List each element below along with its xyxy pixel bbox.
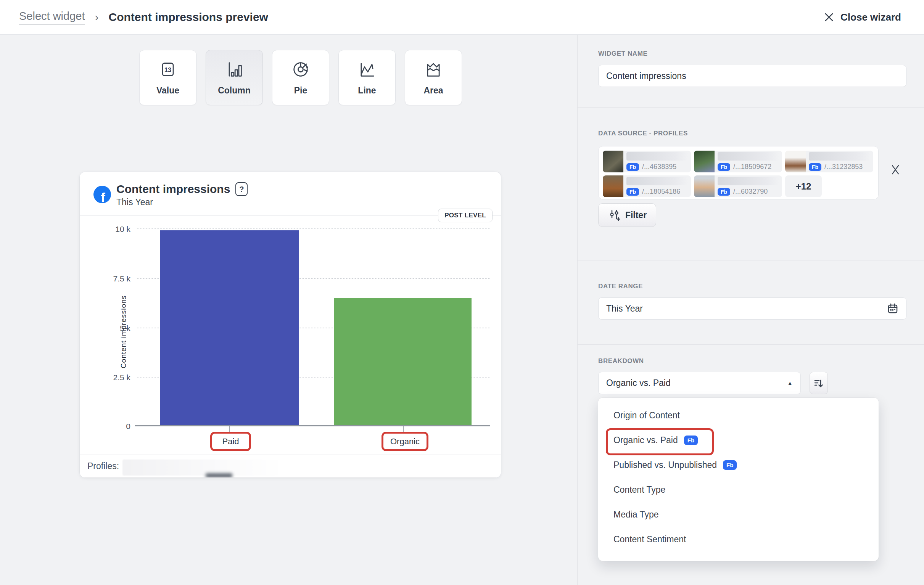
card-footer: Profiles: (80, 455, 501, 478)
widget-type-area[interactable]: Area (405, 50, 462, 105)
menu-item-organic-vs-paid[interactable]: Organic vs. Paid Fb (598, 428, 879, 453)
profile-avatar (603, 175, 624, 197)
help-icon[interactable]: ? (235, 182, 248, 196)
filter-sliders-icon (608, 209, 621, 222)
data-source-label: DATA SOURCE - PROFILES (598, 130, 688, 137)
date-range-field[interactable]: This Year (598, 297, 906, 320)
profile-id: /...18509672 (733, 163, 771, 171)
breadcrumb-back-link[interactable]: Select widget (19, 10, 85, 25)
menu-item-origin-of-content[interactable]: Origin of Content (598, 403, 879, 428)
profile-name-redacted (718, 177, 779, 185)
profile-chip[interactable]: Fb /...6032790 (694, 175, 782, 197)
widget-type-pie[interactable]: Pie (272, 50, 329, 105)
close-icon (890, 163, 901, 175)
facebook-badge: Fb (718, 188, 730, 196)
profile-avatar (785, 151, 806, 172)
profile-chip[interactable]: Fb /...31232853 (785, 151, 873, 172)
remove-data-source-button[interactable] (890, 163, 901, 176)
facebook-badge: Fb (718, 163, 730, 171)
widget-type-value[interactable]: 13 Value (139, 50, 196, 105)
profile-name-redacted (627, 177, 688, 185)
y-tick-label: 2.5 k (113, 373, 130, 382)
profile-avatar (694, 175, 714, 197)
breadcrumb-separator: › (95, 11, 99, 24)
profile-id: /...18054186 (642, 188, 680, 196)
breakdown-selected-value: Organic vs. Paid (606, 378, 787, 388)
chart-title: Content impressions (116, 183, 230, 196)
selected-profiles-box: Fb /...4638395 Fb /...18509672 Fb (598, 146, 879, 199)
x-category-label: Paid (222, 437, 239, 447)
close-wizard-label: Close wizard (840, 12, 901, 23)
menu-item-media-type[interactable]: Media Type (598, 502, 879, 527)
section-divider (578, 260, 924, 260)
annotation-box-organic: Organic (381, 432, 429, 451)
widget-name-input[interactable] (598, 65, 906, 87)
more-profiles-chip[interactable]: +12 (785, 175, 822, 197)
y-tick-label: 7.5 k (113, 274, 130, 283)
profiles-redacted-content (122, 460, 281, 476)
pie-chart-icon (291, 59, 310, 79)
breakdown-select[interactable]: Organic vs. Paid ▲ (598, 372, 801, 394)
profile-id: /...6032790 (733, 188, 767, 196)
section-divider (578, 107, 924, 107)
date-range-value: This Year (606, 303, 887, 314)
bar-organic (334, 298, 472, 426)
facebook-badge: Fb (684, 435, 698, 445)
close-wizard-button[interactable]: Close wizard (824, 12, 901, 23)
annotation-box-paid: Paid (210, 432, 251, 451)
profile-chip[interactable]: Fb /...18509672 (694, 151, 782, 172)
profile-chip[interactable]: Fb /...18054186 (603, 175, 691, 197)
filter-button-label: Filter (625, 210, 647, 221)
profile-avatar (603, 151, 624, 172)
column-chart-icon (224, 59, 244, 79)
chart-subtitle: This Year (116, 197, 153, 208)
profiles-redacted-text (206, 473, 232, 478)
y-tick-label: 0 (126, 422, 130, 431)
section-divider (578, 344, 924, 345)
line-chart-icon (357, 59, 377, 79)
filter-button[interactable]: Filter (598, 203, 656, 227)
facebook-badge: Fb (809, 163, 822, 171)
profile-avatar (694, 151, 714, 172)
y-tick-label: 10 k (115, 225, 130, 234)
breakdown-label: BREAKDOWN (598, 358, 644, 365)
bar-chart-plot: 10 k 7.5 k 5 k 2.5 k 0 Content impressio… (137, 228, 490, 426)
bar-paid (160, 230, 299, 426)
x-tick-mark (229, 426, 230, 432)
profile-chip[interactable]: Fb /...4638395 (603, 151, 691, 172)
sort-order-button[interactable] (810, 372, 828, 394)
page-title: Content impressions preview (109, 11, 268, 24)
sort-descending-icon (813, 377, 825, 389)
post-level-badge: POST LEVEL (438, 209, 493, 222)
x-axis-line: 0 (135, 425, 490, 426)
menu-item-published-vs-unpublished[interactable]: Published vs. Unpublished Fb (598, 453, 879, 478)
facebook-badge: Fb (627, 188, 639, 196)
close-icon (824, 12, 834, 23)
widget-settings-sidebar: WIDGET NAME DATA SOURCE - PROFILES Fb /.… (577, 35, 924, 585)
facebook-icon: f (94, 186, 111, 203)
date-range-label: DATE RANGE (598, 283, 643, 290)
profiles-label: Profiles: (87, 461, 119, 471)
x-category-label: Organic (390, 437, 420, 447)
widget-type-selector: 13 Value Column Pie Line Area (139, 50, 462, 105)
x-tick-mark (403, 426, 404, 432)
profile-id: /...4638395 (642, 163, 676, 171)
profile-id: /...31232853 (825, 163, 863, 171)
menu-item-content-type[interactable]: Content Type (598, 478, 879, 502)
caret-up-icon: ▲ (787, 380, 793, 386)
profile-name-redacted (627, 152, 688, 161)
facebook-badge: Fb (723, 460, 737, 470)
widget-type-line[interactable]: Line (338, 50, 396, 105)
area-chart-icon (424, 59, 443, 79)
widget-name-label: WIDGET NAME (598, 50, 647, 58)
wizard-header: Select widget › Content impressions prev… (0, 0, 924, 35)
widget-type-column[interactable]: Column (206, 50, 263, 105)
profile-name-redacted (718, 152, 779, 161)
facebook-badge: Fb (627, 163, 639, 171)
svg-text:13: 13 (165, 66, 171, 73)
breakdown-dropdown-menu: Origin of Content Organic vs. Paid Fb Pu… (598, 398, 879, 561)
widget-preview-card: f Content impressions ? This Year POST L… (80, 172, 501, 478)
menu-item-content-sentiment[interactable]: Content Sentiment (598, 527, 879, 552)
y-axis-title: Content impressions (119, 295, 128, 368)
calendar-icon (887, 303, 898, 314)
